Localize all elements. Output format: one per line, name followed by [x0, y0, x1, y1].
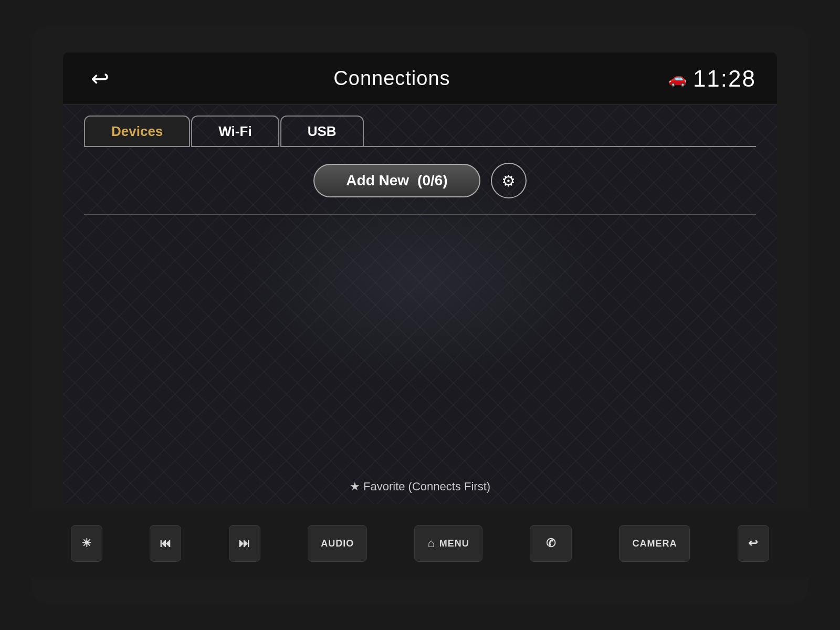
menu-button[interactable]: ⌂ MENU [414, 525, 482, 562]
prev-track-button[interactable]: ⏮ [150, 525, 181, 562]
back-button[interactable]: ↩ [84, 63, 116, 94]
back-hw-icon: ↩ [748, 537, 758, 550]
next-icon: ⏭ [238, 537, 250, 550]
tab-bar: Devices Wi-Fi USB [63, 105, 777, 147]
device-count: (0/6) [417, 172, 448, 189]
header-right: 🚗 11:28 [668, 66, 756, 92]
settings-button[interactable]: ⚙ [491, 163, 527, 198]
outer-bezel: ↩ Connections 🚗 11:28 Devices Wi-Fi [32, 26, 808, 604]
audio-button[interactable]: AUDIO [308, 525, 367, 562]
clock-display: 11:28 [693, 66, 756, 92]
tab-usb[interactable]: USB [280, 116, 364, 147]
footer-note: ★ Favorite (Connects First) [63, 469, 777, 504]
menu-label: MENU [439, 538, 469, 549]
gear-icon: ⚙ [501, 172, 516, 190]
main-content: Devices Wi-Fi USB Add New (0/6) [63, 105, 777, 504]
page-title: Connections [333, 67, 450, 90]
add-new-label: Add New [346, 172, 409, 189]
tab-wifi[interactable]: Wi-Fi [191, 116, 279, 147]
device-list-empty [63, 215, 777, 469]
phone-icon: ✆ [546, 537, 556, 550]
tab-devices[interactable]: Devices [84, 116, 190, 147]
screen: ↩ Connections 🚗 11:28 Devices Wi-Fi [63, 52, 777, 504]
action-row: Add New (0/6) ⚙ [63, 147, 777, 214]
back-hw-button[interactable]: ↩ [738, 525, 769, 562]
brightness-button[interactable]: ☀ [71, 525, 102, 562]
hardware-button-row: ☀ ⏮ ⏭ AUDIO ⌂ MENU ✆ CAMERA ↩ [32, 509, 808, 578]
phone-button[interactable]: ✆ [530, 525, 572, 562]
brightness-icon: ☀ [81, 537, 92, 550]
camera-label: CAMERA [632, 538, 677, 549]
next-track-button[interactable]: ⏭ [229, 525, 260, 562]
prev-icon: ⏮ [160, 537, 172, 550]
home-icon: ⌂ [427, 537, 435, 550]
audio-label: AUDIO [321, 538, 354, 549]
camera-button[interactable]: CAMERA [619, 525, 690, 562]
add-new-button[interactable]: Add New (0/6) [313, 164, 480, 197]
car-status-icon: 🚗 [668, 70, 687, 87]
back-arrow-icon: ↩ [91, 68, 109, 90]
header-bar: ↩ Connections 🚗 11:28 [63, 52, 777, 105]
